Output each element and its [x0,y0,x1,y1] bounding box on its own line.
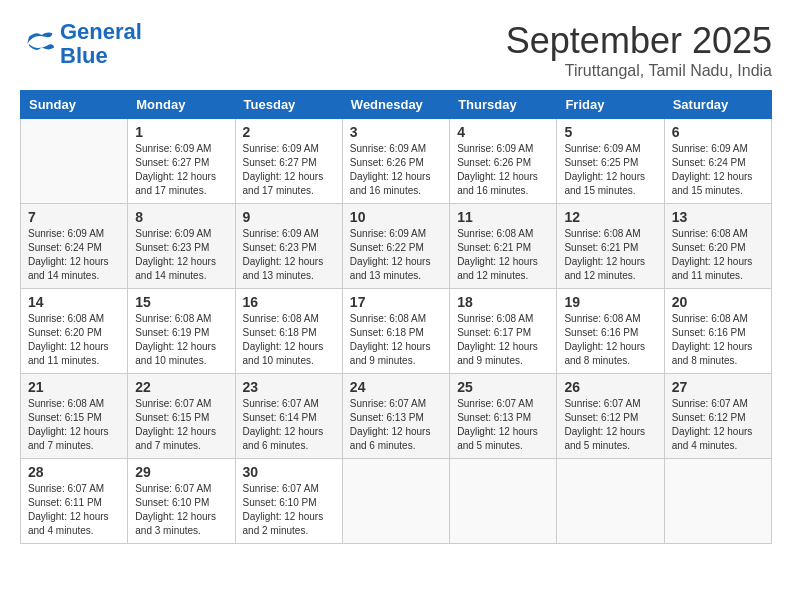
calendar-cell [342,459,449,544]
calendar-cell: 6Sunrise: 6:09 AM Sunset: 6:24 PM Daylig… [664,119,771,204]
calendar-cell [664,459,771,544]
calendar-cell: 12Sunrise: 6:08 AM Sunset: 6:21 PM Dayli… [557,204,664,289]
calendar-cell: 25Sunrise: 6:07 AM Sunset: 6:13 PM Dayli… [450,374,557,459]
day-number: 4 [457,124,549,140]
calendar-week-5: 28Sunrise: 6:07 AM Sunset: 6:11 PM Dayli… [21,459,772,544]
day-info: Sunrise: 6:09 AM Sunset: 6:23 PM Dayligh… [243,227,335,283]
logo-bird-icon [20,26,56,62]
calendar-cell: 20Sunrise: 6:08 AM Sunset: 6:16 PM Dayli… [664,289,771,374]
day-number: 26 [564,379,656,395]
day-number: 30 [243,464,335,480]
day-number: 29 [135,464,227,480]
calendar-cell: 21Sunrise: 6:08 AM Sunset: 6:15 PM Dayli… [21,374,128,459]
day-info: Sunrise: 6:07 AM Sunset: 6:11 PM Dayligh… [28,482,120,538]
header-row: SundayMondayTuesdayWednesdayThursdayFrid… [21,91,772,119]
header-day-saturday: Saturday [664,91,771,119]
day-info: Sunrise: 6:09 AM Sunset: 6:26 PM Dayligh… [457,142,549,198]
calendar-cell [450,459,557,544]
calendar-cell: 30Sunrise: 6:07 AM Sunset: 6:10 PM Dayli… [235,459,342,544]
calendar-cell: 17Sunrise: 6:08 AM Sunset: 6:18 PM Dayli… [342,289,449,374]
calendar-body: 1Sunrise: 6:09 AM Sunset: 6:27 PM Daylig… [21,119,772,544]
day-number: 21 [28,379,120,395]
day-number: 20 [672,294,764,310]
day-info: Sunrise: 6:09 AM Sunset: 6:24 PM Dayligh… [28,227,120,283]
calendar-cell: 7Sunrise: 6:09 AM Sunset: 6:24 PM Daylig… [21,204,128,289]
day-info: Sunrise: 6:09 AM Sunset: 6:27 PM Dayligh… [243,142,335,198]
day-number: 18 [457,294,549,310]
day-info: Sunrise: 6:08 AM Sunset: 6:16 PM Dayligh… [672,312,764,368]
day-info: Sunrise: 6:09 AM Sunset: 6:26 PM Dayligh… [350,142,442,198]
day-number: 24 [350,379,442,395]
day-info: Sunrise: 6:09 AM Sunset: 6:24 PM Dayligh… [672,142,764,198]
calendar-cell: 8Sunrise: 6:09 AM Sunset: 6:23 PM Daylig… [128,204,235,289]
logo-line1: General [60,19,142,44]
day-info: Sunrise: 6:08 AM Sunset: 6:15 PM Dayligh… [28,397,120,453]
header-day-sunday: Sunday [21,91,128,119]
day-number: 27 [672,379,764,395]
calendar-week-3: 14Sunrise: 6:08 AM Sunset: 6:20 PM Dayli… [21,289,772,374]
day-info: Sunrise: 6:08 AM Sunset: 6:21 PM Dayligh… [564,227,656,283]
day-info: Sunrise: 6:08 AM Sunset: 6:17 PM Dayligh… [457,312,549,368]
calendar-week-1: 1Sunrise: 6:09 AM Sunset: 6:27 PM Daylig… [21,119,772,204]
title-area: September 2025 Tiruttangal, Tamil Nadu, … [506,20,772,80]
day-number: 9 [243,209,335,225]
day-number: 12 [564,209,656,225]
calendar-cell [557,459,664,544]
day-number: 17 [350,294,442,310]
calendar-cell: 28Sunrise: 6:07 AM Sunset: 6:11 PM Dayli… [21,459,128,544]
day-number: 8 [135,209,227,225]
day-number: 2 [243,124,335,140]
header: General Blue September 2025 Tiruttangal,… [20,20,772,80]
logo: General Blue [20,20,142,68]
day-info: Sunrise: 6:09 AM Sunset: 6:22 PM Dayligh… [350,227,442,283]
day-info: Sunrise: 6:07 AM Sunset: 6:15 PM Dayligh… [135,397,227,453]
day-number: 13 [672,209,764,225]
calendar-cell: 3Sunrise: 6:09 AM Sunset: 6:26 PM Daylig… [342,119,449,204]
logo-text: General Blue [60,20,142,68]
day-number: 19 [564,294,656,310]
day-info: Sunrise: 6:07 AM Sunset: 6:13 PM Dayligh… [457,397,549,453]
calendar-cell: 18Sunrise: 6:08 AM Sunset: 6:17 PM Dayli… [450,289,557,374]
header-day-friday: Friday [557,91,664,119]
day-number: 23 [243,379,335,395]
day-number: 11 [457,209,549,225]
calendar-cell: 4Sunrise: 6:09 AM Sunset: 6:26 PM Daylig… [450,119,557,204]
day-info: Sunrise: 6:08 AM Sunset: 6:18 PM Dayligh… [350,312,442,368]
header-day-wednesday: Wednesday [342,91,449,119]
calendar-header: SundayMondayTuesdayWednesdayThursdayFrid… [21,91,772,119]
day-number: 28 [28,464,120,480]
calendar-week-2: 7Sunrise: 6:09 AM Sunset: 6:24 PM Daylig… [21,204,772,289]
day-info: Sunrise: 6:07 AM Sunset: 6:13 PM Dayligh… [350,397,442,453]
day-info: Sunrise: 6:08 AM Sunset: 6:16 PM Dayligh… [564,312,656,368]
calendar-cell [21,119,128,204]
day-info: Sunrise: 6:08 AM Sunset: 6:18 PM Dayligh… [243,312,335,368]
day-info: Sunrise: 6:08 AM Sunset: 6:20 PM Dayligh… [672,227,764,283]
day-info: Sunrise: 6:07 AM Sunset: 6:12 PM Dayligh… [564,397,656,453]
calendar-cell: 13Sunrise: 6:08 AM Sunset: 6:20 PM Dayli… [664,204,771,289]
day-number: 7 [28,209,120,225]
day-info: Sunrise: 6:07 AM Sunset: 6:12 PM Dayligh… [672,397,764,453]
header-day-tuesday: Tuesday [235,91,342,119]
location: Tiruttangal, Tamil Nadu, India [506,62,772,80]
day-info: Sunrise: 6:07 AM Sunset: 6:10 PM Dayligh… [243,482,335,538]
day-number: 6 [672,124,764,140]
logo-line2: Blue [60,43,108,68]
calendar-cell: 27Sunrise: 6:07 AM Sunset: 6:12 PM Dayli… [664,374,771,459]
calendar-cell: 19Sunrise: 6:08 AM Sunset: 6:16 PM Dayli… [557,289,664,374]
calendar-cell: 23Sunrise: 6:07 AM Sunset: 6:14 PM Dayli… [235,374,342,459]
day-info: Sunrise: 6:08 AM Sunset: 6:19 PM Dayligh… [135,312,227,368]
day-number: 16 [243,294,335,310]
day-number: 3 [350,124,442,140]
day-number: 1 [135,124,227,140]
calendar-cell: 1Sunrise: 6:09 AM Sunset: 6:27 PM Daylig… [128,119,235,204]
calendar-cell: 10Sunrise: 6:09 AM Sunset: 6:22 PM Dayli… [342,204,449,289]
header-day-thursday: Thursday [450,91,557,119]
month-title: September 2025 [506,20,772,62]
day-number: 25 [457,379,549,395]
calendar-cell: 2Sunrise: 6:09 AM Sunset: 6:27 PM Daylig… [235,119,342,204]
calendar-cell: 9Sunrise: 6:09 AM Sunset: 6:23 PM Daylig… [235,204,342,289]
header-day-monday: Monday [128,91,235,119]
day-info: Sunrise: 6:08 AM Sunset: 6:21 PM Dayligh… [457,227,549,283]
day-number: 15 [135,294,227,310]
calendar-table: SundayMondayTuesdayWednesdayThursdayFrid… [20,90,772,544]
